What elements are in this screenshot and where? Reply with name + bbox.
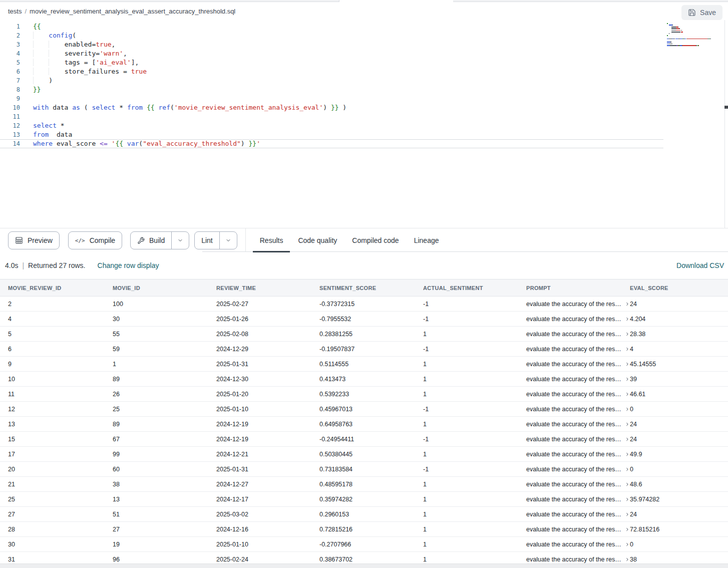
table-row[interactable]: 4302025-01-26-0.7955532-1evaluate the ac…: [0, 312, 728, 327]
expand-prompt-icon[interactable]: [625, 527, 630, 532]
table-cell: 72.815216: [630, 526, 728, 533]
build-button[interactable]: Build: [131, 232, 171, 249]
lint-dropdown-button[interactable]: [219, 232, 237, 249]
expand-prompt-icon[interactable]: [625, 407, 630, 412]
table-row[interactable]: 30192025-01-10-0.27079661evaluate the ac…: [0, 537, 728, 552]
table-row[interactable]: 15672024-12-19-0.24954411-1evaluate the …: [0, 432, 728, 447]
table-cell: 1: [113, 361, 216, 368]
code-line[interactable]: 7 ): [0, 76, 663, 85]
line-number: 13: [0, 130, 20, 139]
code-lines[interactable]: 1{{2 config(3 enabled=true,4 severity='w…: [0, 22, 663, 148]
table-row[interactable]: 13892024-12-190.649587631evaluate the ac…: [0, 417, 728, 432]
table-row[interactable]: 6592024-12-29-0.19507837-1evaluate the a…: [0, 342, 728, 357]
prompt-cell: evaluate the accuracy of the res…: [526, 481, 630, 488]
code-line-text: where eval_score <= '{{ var("eval_accura…: [33, 139, 260, 148]
table-row[interactable]: 11262025-01-200.53922331evaluate the acc…: [0, 387, 728, 402]
code-line[interactable]: 6 store_failures = true: [0, 67, 663, 76]
expand-prompt-icon[interactable]: [625, 317, 630, 322]
prompt-cell: evaluate the accuracy of the res…: [526, 301, 630, 308]
tab-results[interactable]: Results: [253, 228, 290, 252]
code-token: true: [96, 41, 111, 48]
table-cell: 4: [8, 316, 113, 323]
table-cell: 2025-01-26: [216, 316, 319, 323]
horizontal-scrollbar[interactable]: [0, 563, 728, 568]
chevron-down-icon: [225, 237, 231, 243]
code-line[interactable]: 2 config(: [0, 31, 663, 40]
table-row[interactable]: 31962025-02-240.386737021evaluate the ac…: [0, 552, 728, 564]
line-number: 5: [0, 58, 20, 67]
table-row[interactable]: 10892024-12-300.4134731evaluate the accu…: [0, 372, 728, 387]
table-cell: 0.5392233: [319, 391, 423, 398]
code-token: severity=: [65, 50, 100, 57]
tab-code-quality[interactable]: Code quality: [291, 228, 344, 252]
expand-prompt-icon[interactable]: [625, 482, 630, 487]
prompt-cell: evaluate the accuracy of the res…: [526, 436, 630, 443]
code-token: [155, 104, 159, 111]
code-token: select: [33, 122, 57, 129]
compile-button[interactable]: </> Compile: [68, 231, 122, 249]
table-row[interactable]: 28272024-12-160.728152161evaluate the ac…: [0, 522, 728, 537]
tab-lineage[interactable]: Lineage: [407, 228, 446, 252]
code-token: 'ai_eval': [96, 59, 131, 66]
table-row[interactable]: 5552025-02-080.283812551evaluate the acc…: [0, 327, 728, 342]
prompt-preview-text: evaluate the accuracy of the res…: [526, 391, 621, 398]
table-cell: 51: [113, 511, 216, 518]
line-number: 6: [0, 67, 20, 76]
code-line[interactable]: 12select *: [0, 121, 663, 130]
expand-prompt-icon[interactable]: [625, 542, 630, 547]
column-header: EVAL_SCORE: [630, 285, 728, 291]
prompt-preview-text: evaluate the accuracy of the res…: [526, 526, 621, 533]
expand-prompt-icon[interactable]: [625, 332, 630, 337]
change-row-display-link[interactable]: Change row display: [98, 261, 159, 269]
table-row[interactable]: 12252025-01-100.45967013-1evaluate the a…: [0, 402, 728, 417]
build-dropdown-button[interactable]: [171, 232, 189, 249]
expand-prompt-icon[interactable]: [625, 437, 630, 442]
code-line[interactable]: 8}}: [0, 85, 663, 94]
table-row[interactable]: 21002025-02-27-0.37372315-1evaluate the …: [0, 297, 728, 312]
table-cell: 2025-01-20: [216, 391, 319, 398]
code-line[interactable]: 9: [0, 94, 663, 103]
editor-scrollbar-track[interactable]: [724, 20, 725, 228]
table-cell: 2025-01-31: [216, 361, 319, 368]
table-row[interactable]: 21382024-12-270.485951781evaluate the ac…: [0, 477, 728, 492]
expand-prompt-icon[interactable]: [625, 347, 630, 352]
expand-prompt-icon[interactable]: [625, 557, 630, 562]
table-cell: 20: [8, 466, 113, 473]
code-line[interactable]: 4 severity='warn',: [0, 49, 663, 58]
code-line[interactable]: 1{{: [0, 22, 663, 31]
code-line[interactable]: 11: [0, 112, 663, 121]
table-cell: 0.38673702: [319, 556, 423, 563]
editor-scrollbar-mark[interactable]: [724, 106, 728, 109]
code-token: <=: [100, 140, 108, 147]
expand-prompt-icon[interactable]: [625, 512, 630, 517]
code-line[interactable]: 14where eval_score <= '{{ var("eval_accu…: [0, 139, 663, 148]
indent-guide: [49, 41, 64, 48]
expand-prompt-icon[interactable]: [625, 467, 630, 472]
table-row[interactable]: 17992024-12-210.503804451evaluate the ac…: [0, 447, 728, 462]
code-line-text: enabled=true,: [33, 40, 115, 49]
tab-compiled-code[interactable]: Compiled code: [345, 228, 406, 252]
preview-button[interactable]: Preview: [8, 231, 60, 249]
editor-minimap[interactable]: [667, 23, 723, 223]
table-cell: -1: [423, 466, 526, 473]
expand-prompt-icon[interactable]: [625, 392, 630, 397]
code-line[interactable]: 13from data: [0, 130, 663, 139]
expand-prompt-icon[interactable]: [625, 497, 630, 502]
expand-prompt-icon[interactable]: [625, 362, 630, 367]
code-line[interactable]: 5 tags = ['ai_eval'],: [0, 58, 663, 67]
table-row[interactable]: 20602025-01-310.73183584-1evaluate the a…: [0, 462, 728, 477]
table-cell: 100: [113, 301, 216, 308]
code-line[interactable]: 3 enabled=true,: [0, 40, 663, 49]
table-row[interactable]: 25132024-12-170.359742821evaluate the ac…: [0, 492, 728, 507]
table-row[interactable]: 912025-01-310.51145551evaluate the accur…: [0, 357, 728, 372]
sql-code-editor[interactable]: 1{{2 config(3 enabled=true,4 severity='w…: [0, 20, 728, 228]
lint-button[interactable]: Lint: [195, 232, 219, 249]
expand-prompt-icon[interactable]: [625, 302, 630, 307]
expand-prompt-icon[interactable]: [625, 452, 630, 457]
expand-prompt-icon[interactable]: [625, 377, 630, 382]
save-button[interactable]: Save: [681, 5, 722, 20]
table-row[interactable]: 27512025-03-020.29601531evaluate the acc…: [0, 507, 728, 522]
expand-prompt-icon[interactable]: [625, 422, 630, 427]
code-line[interactable]: 10with data as ( select * from {{ ref('m…: [0, 103, 663, 112]
download-csv-link[interactable]: Download CSV: [676, 261, 724, 269]
